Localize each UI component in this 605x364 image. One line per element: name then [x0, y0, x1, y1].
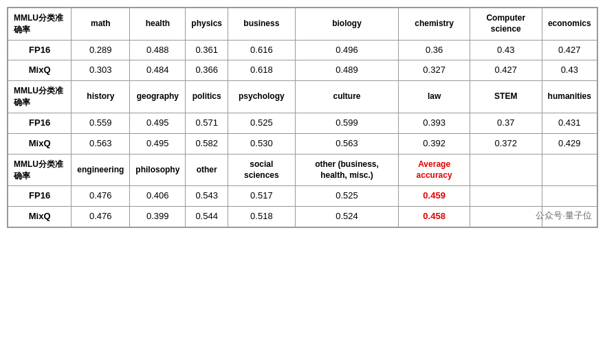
s1-mixq-math: 0.303: [72, 60, 130, 81]
s1-mixq-business: 0.618: [228, 60, 296, 81]
s2-fp16-history: 0.559: [72, 113, 130, 133]
s1-fp16-chemistry: 0.36: [399, 40, 470, 60]
s1-mixq-biology: 0.489: [295, 60, 399, 81]
section2-header-row: MMLU分类准确率 history geography politics psy…: [8, 81, 597, 113]
s1-fp16-physics: 0.361: [186, 40, 228, 60]
s3-fp16-empty2: [542, 186, 597, 207]
s2-col-culture: culture: [295, 81, 399, 113]
s2-fp16-label: FP16: [8, 113, 72, 133]
section3-label: MMLU分类准确率: [8, 154, 72, 186]
s1-mixq-label: MixQ: [8, 60, 72, 81]
section1-header-row: MMLU分类准确率 math health physics business b…: [8, 8, 597, 41]
s1-fp16-business: 0.616: [228, 40, 296, 60]
s2-col-law: law: [399, 81, 470, 113]
s3-col-empty2: [542, 154, 597, 186]
s1-mixq-economics: 0.43: [542, 60, 597, 81]
s3-fp16-empty1: [470, 186, 542, 207]
s2-mixq-humanities: 0.429: [542, 133, 597, 154]
s1-fp16-row: FP16 0.289 0.488 0.361 0.616 0.496 0.36 …: [8, 40, 597, 60]
s1-mixq-health: 0.484: [130, 60, 186, 81]
s1-col-cs: Computer science: [470, 8, 542, 41]
s2-fp16-psychology: 0.525: [228, 113, 296, 133]
s2-mixq-row: MixQ 0.563 0.495 0.582 0.530 0.563 0.392…: [8, 133, 597, 154]
s2-mixq-politics: 0.582: [186, 133, 228, 154]
s3-fp16-other: 0.543: [186, 186, 228, 207]
s3-col-empty1: [470, 154, 542, 186]
s3-mixq-empty1: [470, 207, 542, 227]
s1-col-biology: biology: [295, 8, 399, 41]
s2-fp16-politics: 0.571: [186, 113, 228, 133]
s2-col-stem: STEM: [470, 81, 542, 113]
s1-mixq-physics: 0.366: [186, 60, 228, 81]
s1-col-physics: physics: [186, 8, 228, 41]
s3-col-avg-accuracy: Average accuracy: [399, 154, 470, 186]
s3-mixq-philosophy: 0.399: [130, 207, 186, 227]
s3-mixq-row: MixQ 0.476 0.399 0.544 0.518 0.524 0.458: [8, 207, 597, 227]
s3-fp16-avg: 0.459: [399, 186, 470, 207]
s3-mixq-empty2: [542, 207, 597, 227]
s2-fp16-row: FP16 0.559 0.495 0.571 0.525 0.599 0.393…: [8, 113, 597, 133]
s2-mixq-culture: 0.563: [295, 133, 399, 154]
s1-col-business: business: [228, 8, 296, 41]
s3-fp16-label: FP16: [8, 186, 72, 207]
s3-mixq-social: 0.518: [228, 207, 296, 227]
s1-mixq-chemistry: 0.327: [399, 60, 470, 81]
s2-mixq-history: 0.563: [72, 133, 130, 154]
s2-col-psychology: psychology: [228, 81, 296, 113]
s2-col-geography: geography: [130, 81, 186, 113]
s1-col-math: math: [72, 8, 130, 41]
s3-fp16-social: 0.517: [228, 186, 296, 207]
s2-fp16-law: 0.393: [399, 113, 470, 133]
s3-col-philosophy: philosophy: [130, 154, 186, 186]
s3-fp16-engineering: 0.476: [72, 186, 130, 207]
s2-col-politics: politics: [186, 81, 228, 113]
s1-mixq-row: MixQ 0.303 0.484 0.366 0.618 0.489 0.327…: [8, 60, 597, 81]
s3-col-other-biz: other (business, health, misc.): [295, 154, 399, 186]
section1-label: MMLU分类准确率: [8, 8, 72, 41]
s3-mixq-other: 0.544: [186, 207, 228, 227]
s1-col-economics: economics: [542, 8, 597, 41]
s3-fp16-philosophy: 0.406: [130, 186, 186, 207]
s3-col-engineering: engineering: [72, 154, 130, 186]
s2-mixq-stem: 0.372: [470, 133, 542, 154]
s1-col-health: health: [130, 8, 186, 41]
s2-col-history: history: [72, 81, 130, 113]
s1-fp16-economics: 0.427: [542, 40, 597, 60]
s2-mixq-label: MixQ: [8, 133, 72, 154]
s2-mixq-law: 0.392: [399, 133, 470, 154]
s3-fp16-other-biz: 0.525: [295, 186, 399, 207]
s2-fp16-geography: 0.495: [130, 113, 186, 133]
s3-mixq-engineering: 0.476: [72, 207, 130, 227]
s3-mixq-other-biz: 0.524: [295, 207, 399, 227]
section2-label: MMLU分类准确率: [8, 81, 72, 113]
s2-mixq-psychology: 0.530: [228, 133, 296, 154]
section3-header-row: MMLU分类准确率 engineering philosophy other s…: [8, 154, 597, 186]
s2-fp16-humanities: 0.431: [542, 113, 597, 133]
data-table: MMLU分类准确率 math health physics business b…: [8, 8, 597, 227]
s3-mixq-label: MixQ: [8, 207, 72, 227]
s1-fp16-cs: 0.43: [470, 40, 542, 60]
s3-col-social-sciences: social sciences: [228, 154, 296, 186]
s1-fp16-biology: 0.496: [295, 40, 399, 60]
s1-fp16-health: 0.488: [130, 40, 186, 60]
main-table-wrapper: MMLU分类准确率 math health physics business b…: [7, 7, 598, 228]
s1-col-chemistry: chemistry: [399, 8, 470, 41]
s2-mixq-geography: 0.495: [130, 133, 186, 154]
s2-fp16-stem: 0.37: [470, 113, 542, 133]
s3-col-other: other: [186, 154, 228, 186]
s3-fp16-row: FP16 0.476 0.406 0.543 0.517 0.525 0.459: [8, 186, 597, 207]
s3-mixq-avg: 0.458: [399, 207, 470, 227]
s1-fp16-math: 0.289: [72, 40, 130, 60]
s2-col-humanities: humanities: [542, 81, 597, 113]
s2-fp16-culture: 0.599: [295, 113, 399, 133]
s1-mixq-cs: 0.427: [470, 60, 542, 81]
s1-fp16-label: FP16: [8, 40, 72, 60]
